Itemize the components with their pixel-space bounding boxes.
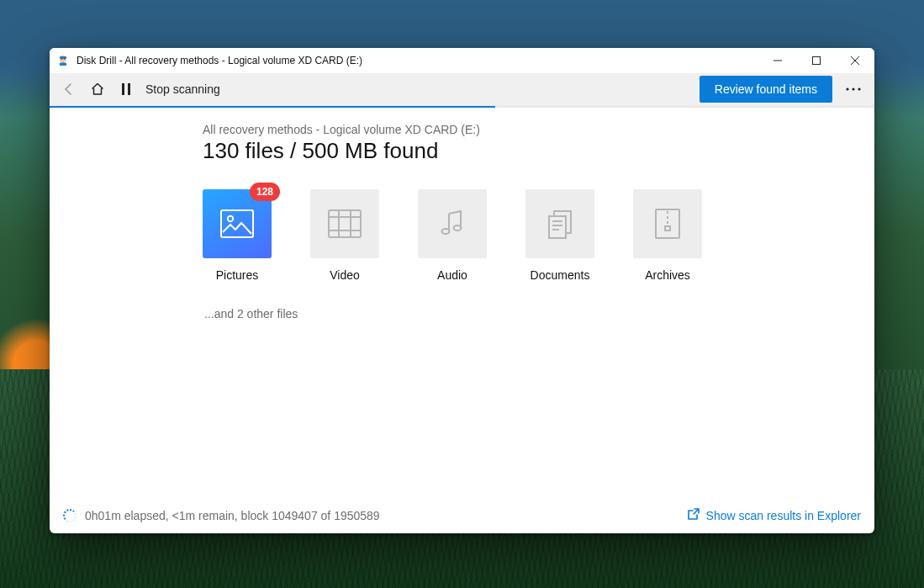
svg-rect-4 [813,57,821,65]
scan-progress [50,106,874,108]
stop-scanning-button[interactable]: Stop scanning [145,82,220,96]
audio-icon [418,189,487,258]
pictures-badge: 128 [250,183,280,201]
category-label: Pictures [216,268,259,282]
pause-button[interactable] [112,75,140,103]
category-label: Audio [437,268,467,282]
svg-rect-1 [60,56,66,59]
maximize-button[interactable] [797,48,836,73]
svg-rect-6 [128,83,130,95]
svg-rect-16 [549,216,566,238]
svg-point-11 [228,216,233,221]
svg-rect-12 [329,210,361,237]
toolbar: Stop scanning Review found items [50,73,874,106]
open-external-icon [686,508,700,524]
category-pictures[interactable]: 128 Pictures [203,189,272,282]
svg-point-3 [64,58,66,60]
archive-icon [633,189,702,258]
category-cards: 128 Pictures Video Audio [203,189,874,282]
svg-rect-10 [221,210,253,237]
other-files-note: ...and 2 other files [204,307,874,320]
spinner-icon [63,509,77,522]
app-window: Disk Drill - All recovery methods - Logi… [50,48,874,533]
document-icon [525,189,594,258]
show-in-explorer-label: Show scan results in Explorer [706,509,861,522]
back-button[interactable] [55,75,83,103]
content-area: All recovery methods - Logical volume XD… [50,108,874,498]
category-label: Video [330,268,360,282]
footer: 0h01m elapsed, <1m remain, block 1049407… [50,498,874,533]
more-options-button[interactable] [837,75,869,103]
minimize-button[interactable] [758,48,797,73]
category-archives[interactable]: Archives [633,189,702,282]
scan-status-text: 0h01m elapsed, <1m remain, block 1049407… [85,509,380,522]
window-title: Disk Drill - All recovery methods - Logi… [77,55,362,66]
category-audio[interactable]: Audio [418,189,487,282]
svg-rect-5 [122,83,124,95]
summary-heading: 130 files / 500 MB found [203,138,874,164]
svg-point-8 [852,87,854,90]
home-button[interactable] [83,75,112,103]
show-in-explorer-link[interactable]: Show scan results in Explorer [686,508,861,524]
video-icon [310,189,379,258]
breadcrumb: All recovery methods - Logical volume XD… [203,123,874,136]
titlebar: Disk Drill - All recovery methods - Logi… [50,48,874,73]
category-label: Documents [531,268,590,282]
svg-point-2 [61,58,63,60]
review-found-items-button[interactable]: Review found items [700,76,832,103]
app-icon [56,54,70,67]
svg-point-7 [846,87,848,90]
category-documents[interactable]: Documents [525,189,594,282]
category-label: Archives [645,268,690,282]
scan-progress-fill [50,106,495,108]
svg-point-9 [858,87,860,90]
close-button[interactable] [836,48,874,73]
category-video[interactable]: Video [310,189,379,282]
svg-rect-18 [665,226,670,230]
